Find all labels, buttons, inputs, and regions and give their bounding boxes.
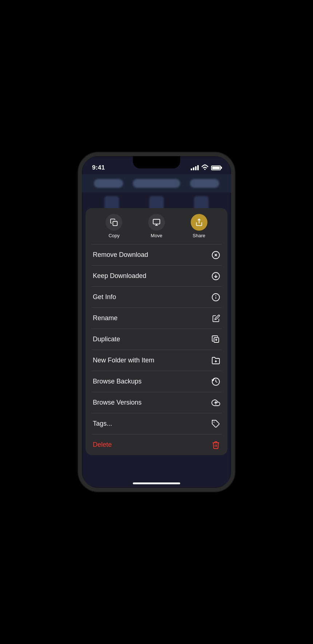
- tags-item[interactable]: Tags...: [86, 413, 227, 434]
- rename-item[interactable]: Rename: [86, 308, 227, 329]
- copy-button[interactable]: Copy: [106, 214, 122, 238]
- home-indicator: [133, 482, 180, 484]
- context-menu: Copy Move: [86, 208, 227, 455]
- share-icon: [195, 218, 203, 226]
- keep-downloaded-label: Keep Downloaded: [93, 272, 146, 280]
- delete-label: Delete: [93, 441, 112, 449]
- tags-label: Tags...: [93, 420, 112, 428]
- get-info-label: Get Info: [93, 293, 116, 301]
- delete-icon: [209, 441, 220, 449]
- copy-label: Copy: [108, 233, 119, 238]
- status-icons: [191, 164, 221, 172]
- get-info-item[interactable]: Get Info: [86, 287, 227, 307]
- copy-icon: [110, 218, 118, 226]
- browse-backups-label: Browse Backups: [93, 378, 142, 385]
- browse-versions-label: Browse Versions: [93, 399, 142, 406]
- browse-backups-item[interactable]: Browse Backups: [86, 371, 227, 392]
- duplicate-label: Duplicate: [93, 335, 120, 343]
- keep-downloaded-item[interactable]: Keep Downloaded: [86, 266, 227, 286]
- duplicate-item[interactable]: Duplicate: [86, 329, 227, 350]
- browse-versions-icon: [209, 398, 220, 407]
- get-info-icon: [209, 293, 220, 302]
- keep-downloaded-icon: [209, 272, 220, 281]
- phone-frame: 9:41 Ten principles for good design: [78, 152, 235, 492]
- copy-icon-bg: [106, 214, 122, 231]
- svg-rect-0: [113, 221, 118, 226]
- move-icon: [152, 218, 161, 226]
- tags-icon: [209, 420, 220, 428]
- status-time: 9:41: [92, 164, 105, 171]
- remove-download-icon: [209, 251, 220, 259]
- rename-icon: [209, 314, 220, 322]
- new-folder-item[interactable]: New Folder with Item: [86, 350, 227, 371]
- signal-icon: [191, 165, 199, 170]
- share-button[interactable]: Share: [191, 214, 207, 238]
- action-buttons-row: Copy Move: [86, 208, 227, 244]
- share-label: Share: [193, 233, 205, 238]
- battery-icon: [211, 166, 221, 170]
- move-icon-bg: [148, 214, 165, 231]
- notch: [133, 156, 180, 168]
- duplicate-icon: [209, 335, 220, 344]
- svg-rect-1: [153, 219, 160, 224]
- move-label: Move: [151, 233, 162, 238]
- move-button[interactable]: Move: [148, 214, 165, 238]
- wifi-icon: [201, 164, 209, 172]
- remove-download-item[interactable]: Remove Download: [86, 245, 227, 265]
- new-folder-icon: [209, 356, 220, 365]
- new-folder-label: New Folder with Item: [93, 357, 154, 364]
- remove-download-label: Remove Download: [93, 251, 148, 259]
- browse-versions-item[interactable]: Browse Versions: [86, 392, 227, 413]
- share-icon-bg: [191, 214, 207, 231]
- rename-label: Rename: [93, 314, 118, 322]
- browse-backups-icon: [209, 377, 220, 386]
- bg-top-bar: [82, 174, 231, 192]
- delete-item[interactable]: Delete: [86, 434, 227, 455]
